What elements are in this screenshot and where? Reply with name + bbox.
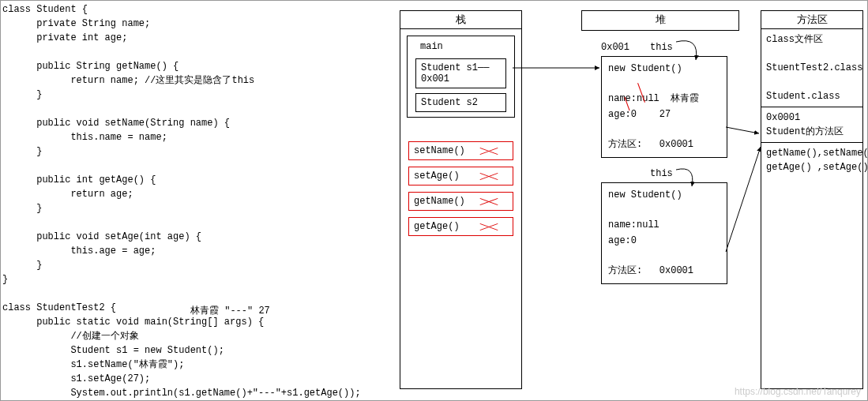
student-methods-list: getName(),setName() getAge() ,setAge() [761,143,862,178]
x-icon [479,144,498,158]
x-icon [479,219,498,234]
stack-call-setage: setAge() [408,167,513,186]
output-annotation: 林青霞 "---" 27 [190,304,270,317]
x-icon [479,169,498,183]
class-file-section: class文件区 StuentTest2.class Student.class [761,29,862,107]
stack-s1: Student s1——0x001 [415,58,506,88]
stack-call-getname: getName() [408,192,513,211]
main-frame-label: main [415,39,506,54]
call-label: getName() [414,196,465,207]
svg-line-2 [726,147,761,252]
stack-column: 栈 main Student s1——0x001 Student s2 setN… [400,10,522,389]
heap-addr1: 0x001 [601,42,629,53]
heap-title: 堆 [582,11,738,28]
stack-title: 栈 [400,11,521,29]
stack-call-setname: setName() [408,141,513,160]
call-label: setName() [414,145,465,156]
watermark: https://blog.csdn.net/Tanqurey [735,386,861,397]
stack-call-getage: getAge() [408,217,513,236]
x-icon [479,194,498,208]
heap-header: 堆 [581,10,739,31]
method-area-column: 方法区 class文件区 StuentTest2.class Student.c… [761,10,863,389]
heap-object-1: new Student() name:null 林青霞 age:0 27 方法区… [601,56,727,158]
heap-this2: this [650,168,673,179]
svg-line-1 [726,127,759,133]
method-area-title: 方法区 [761,11,862,29]
code-listing: class Student { private String name; pri… [2,2,389,401]
call-label: getAge() [414,221,460,232]
heap-object-2: new Student() name:null age:0 方法区: 0x000… [601,182,727,284]
stack-s2: Student s2 [415,93,506,112]
call-label: setAge() [414,171,460,182]
student-method-area-header: 0x0001 Student的方法区 [761,107,862,143]
heap-this1: this [650,42,673,53]
